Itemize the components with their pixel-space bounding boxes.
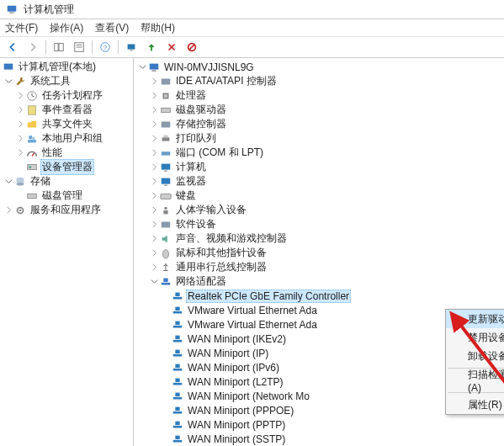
tree-label: 监视器 (174, 174, 208, 188)
network-adapter-icon (172, 390, 183, 402)
tree-disk-mgmt[interactable]: 磁盘管理 (0, 188, 133, 203)
properties-button[interactable] (70, 39, 88, 56)
svg-point-48 (163, 249, 169, 258)
tree-label: 磁盘管理 (40, 188, 84, 203)
caret-right-icon[interactable] (149, 220, 159, 230)
tree-device-manager[interactable]: 设备管理器 (0, 160, 133, 174)
caret-right-icon[interactable] (149, 119, 159, 130)
tree-label: WAN Miniport (PPTP) (186, 419, 287, 431)
cat-software[interactable]: 软件设备 (134, 217, 504, 231)
help-button[interactable]: ? (96, 39, 114, 56)
caret-right-icon[interactable] (3, 205, 13, 215)
gauge-icon (26, 147, 38, 159)
caret-right-icon[interactable] (149, 77, 159, 87)
caret-right-icon[interactable] (149, 248, 159, 258)
cat-sound[interactable]: 声音、视频和游戏控制器 (134, 231, 504, 246)
caret-down-icon[interactable] (3, 77, 13, 87)
app-title: 计算机管理 (22, 3, 76, 17)
caret-right-icon[interactable] (149, 91, 159, 101)
cat-computer[interactable]: 计算机 (134, 160, 504, 174)
cat-network-adapters[interactable]: 网络适配器 (134, 274, 504, 289)
cat-cpu[interactable]: 处理器 (134, 88, 504, 103)
ctx-uninstall-device[interactable]: 卸载设备(U) (446, 347, 504, 365)
device-item[interactable]: WAN Miniport (SSTP) (134, 432, 504, 446)
caret-right-icon[interactable] (149, 205, 159, 215)
svg-rect-67 (173, 411, 183, 413)
svg-rect-3 (59, 44, 63, 51)
update-driver-button[interactable] (142, 39, 161, 56)
show-hide-button[interactable] (50, 39, 68, 56)
caret-right-icon[interactable] (149, 162, 159, 173)
menu-item-label: 更新驱动程序(P) (468, 312, 504, 327)
tree-system-tools[interactable]: 系统工具 (0, 74, 133, 88)
caret-right-icon[interactable] (15, 105, 25, 115)
device-root[interactable]: WIN-0MVJJISNL9G (134, 60, 504, 74)
caret-right-icon[interactable] (15, 91, 25, 101)
nav-back-button[interactable] (3, 39, 22, 56)
cat-keyboard[interactable]: 键盘 (134, 188, 504, 203)
svg-rect-50 (163, 278, 167, 281)
cat-ide[interactable]: IDE ATA/ATAPI 控制器 (134, 74, 504, 88)
tree-local-users[interactable]: 本地用户和组 (0, 131, 133, 146)
tree-label: WAN Miniport (L2TP) (186, 376, 285, 388)
caret-right-icon[interactable] (149, 234, 159, 244)
tree-performance[interactable]: 性能 (0, 146, 133, 160)
cat-usb[interactable]: 通用串行总线控制器 (134, 260, 504, 274)
tree-root[interactable]: 计算机管理(本地) (0, 60, 133, 74)
caret-right-icon[interactable] (15, 148, 25, 158)
ctx-disable-device[interactable]: 禁用设备(D) (446, 328, 504, 347)
scan-button[interactable] (122, 39, 141, 56)
ctx-scan-hardware[interactable]: 扫描检测硬件改动(A) (446, 371, 504, 390)
ctx-properties[interactable]: 属性(R) (446, 396, 504, 414)
menu-file[interactable]: 文件(F) (5, 21, 38, 35)
caret-right-icon[interactable] (149, 134, 159, 144)
tree-services-apps[interactable]: 服务和应用程序 (0, 203, 133, 217)
caret-down-icon[interactable] (149, 277, 159, 287)
menu-item-label: 卸载设备(U) (468, 349, 504, 364)
disable-button[interactable] (183, 39, 201, 56)
menu-action[interactable]: 操作(A) (50, 21, 83, 35)
svg-line-21 (32, 153, 34, 157)
menu-item-label: 扫描检测硬件改动(A) (468, 368, 504, 394)
caret-right-icon[interactable] (149, 263, 159, 273)
caret-right-icon[interactable] (149, 105, 159, 115)
caret-right-icon[interactable] (149, 148, 159, 158)
svg-rect-44 (161, 194, 171, 199)
cat-print-queue[interactable]: 打印队列 (134, 131, 504, 146)
cat-storage-ctrl[interactable]: 存储控制器 (134, 117, 504, 131)
caret-right-icon[interactable] (149, 177, 159, 187)
menu-view[interactable]: 查看(V) (95, 21, 129, 35)
tree-task-scheduler[interactable]: 任务计划程序 (0, 88, 133, 103)
ctx-update-driver[interactable]: 更新驱动程序(P) (446, 310, 504, 328)
uninstall-button[interactable] (162, 39, 181, 56)
svg-text:?: ? (103, 44, 108, 51)
svg-rect-46 (163, 210, 167, 214)
tree-label: 打印队列 (174, 131, 218, 146)
nav-fwd-button[interactable] (24, 39, 42, 56)
caret-down-icon[interactable] (137, 62, 147, 72)
device-item[interactable]: Realtek PCIe GbE Family Controller (134, 289, 504, 303)
network-adapter-icon (172, 419, 183, 431)
tree-shared-folders[interactable]: 共享文件夹 (0, 117, 133, 131)
cat-hid[interactable]: 人体学输入设备 (134, 203, 504, 217)
cat-monitor[interactable]: 监视器 (134, 174, 504, 188)
computer-icon (148, 61, 160, 73)
caret-down-icon[interactable] (3, 177, 13, 187)
caret-right-icon[interactable] (149, 191, 159, 201)
tree-event-viewer[interactable]: 事件查看器 (0, 103, 133, 117)
svg-rect-53 (173, 311, 183, 313)
svg-rect-57 (173, 339, 183, 342)
title-bar: 计算机管理 (0, 0, 504, 19)
tree-storage[interactable]: 存储 (0, 174, 133, 188)
cat-disk[interactable]: 磁盘驱动器 (134, 103, 504, 117)
cat-mouse[interactable]: 鼠标和其他指针设备 (134, 246, 504, 260)
svg-rect-22 (28, 164, 37, 169)
context-menu: 更新驱动程序(P) 禁用设备(D) 卸载设备(U) 扫描检测硬件改动(A) 属性… (445, 309, 504, 415)
caret-right-icon[interactable] (15, 134, 25, 144)
caret-right-icon[interactable] (15, 119, 25, 130)
menu-help[interactable]: 帮助(H) (141, 21, 175, 35)
cat-ports[interactable]: 端口 (COM 和 LPT) (134, 146, 504, 160)
network-adapter-icon (172, 376, 183, 388)
device-item[interactable]: WAN Miniport (PPTP) (134, 417, 504, 432)
menu-item-label: 属性(R) (468, 398, 502, 412)
